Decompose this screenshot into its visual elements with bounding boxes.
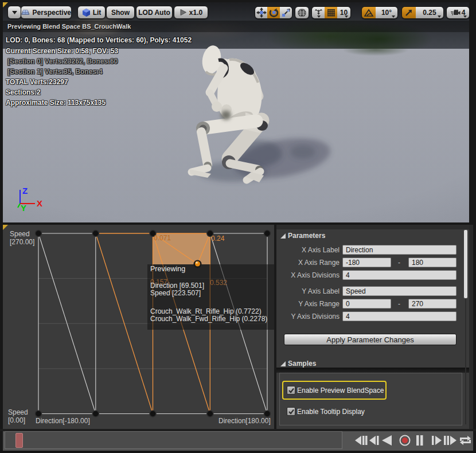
svg-text:0.24: 0.24 (211, 235, 225, 243)
svg-text:0.071: 0.071 (154, 234, 171, 242)
svg-text:0.532: 0.532 (210, 279, 227, 287)
